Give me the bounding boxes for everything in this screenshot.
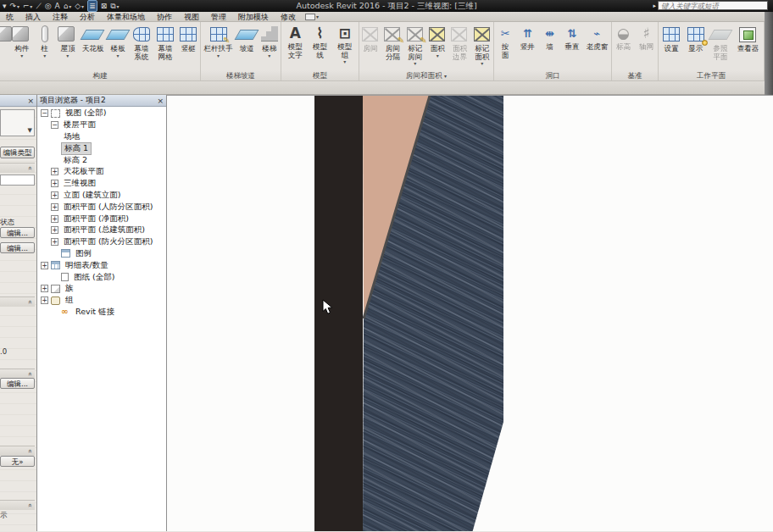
- ribbon-button-设置[interactable]: 设置: [660, 24, 683, 53]
- switch-windows-icon[interactable]: ⧉ ▾: [110, 1, 119, 12]
- tree-item-标高 1[interactable]: 标高 1: [37, 142, 166, 154]
- close-icon[interactable]: ×: [27, 97, 34, 105]
- ribbon-button-竖井[interactable]: ⇈竖井: [516, 24, 538, 52]
- tree-item-明细表/数量[interactable]: +明细表/数量: [37, 259, 166, 271]
- value-field[interactable]: [0, 175, 35, 186]
- search-arrow-icon[interactable]: ▸: [653, 3, 656, 9]
- close-icon[interactable]: ×: [157, 97, 164, 105]
- ribbon-button-模型线[interactable]: ⌇模型线: [309, 24, 331, 59]
- wall-button-clipped[interactable]: [0, 24, 10, 45]
- tree-item-三维视图[interactable]: +三维视图: [37, 178, 166, 190]
- tree-item-面积平面 (人防分区面积)[interactable]: +面积平面 (人防分区面积): [37, 201, 166, 213]
- ribbon-tab-插入[interactable]: 插入: [19, 12, 47, 22]
- ribbon-button-标高[interactable]: ◒标高: [612, 24, 635, 52]
- thin-lines-icon[interactable]: ≣: [87, 0, 97, 12]
- ribbon-button-模型文字[interactable]: A模型文字: [283, 24, 307, 59]
- ribbon-button-轴网[interactable]: ♯轴网: [635, 24, 658, 52]
- tree-item-图纸 (全部)[interactable]: 图纸 (全部): [37, 271, 166, 283]
- collapse-icon[interactable]: −: [41, 109, 48, 117]
- expand-icon[interactable]: +: [51, 203, 58, 211]
- tree-item-Revit 链接[interactable]: ∞Revit 链接: [37, 307, 166, 319]
- ribbon-button-房间分隔[interactable]: ✎房间分隔: [381, 24, 403, 61]
- none-value-button[interactable]: 无»: [0, 456, 35, 467]
- expand-icon[interactable]: +: [51, 180, 58, 187]
- ribbon-button-垂直[interactable]: ⇅垂直: [561, 24, 583, 52]
- ribbon-button-模型组[interactable]: ⊡模型组▾: [333, 24, 357, 64]
- ribbon-button-楼梯[interactable]: 楼梯▾: [259, 24, 281, 58]
- drawing-canvas[interactable]: [167, 95, 773, 531]
- ribbon-button-房间[interactable]: 房间: [359, 24, 381, 53]
- expand-icon[interactable]: +: [51, 215, 58, 223]
- ribbon-state-dropdown[interactable]: ▾: [305, 14, 319, 20]
- tree-item-天花板平面[interactable]: +天花板平面: [37, 166, 166, 178]
- expand-icon[interactable]: +: [51, 191, 58, 199]
- ribbon-button-幕墙系统[interactable]: 幕墙系统: [130, 24, 153, 61]
- redo-icon[interactable]: ↷ ▾: [10, 1, 19, 12]
- tree-item-面积平面 (总建筑面积)[interactable]: +面积平面 (总建筑面积): [37, 224, 166, 236]
- tree-item-视图 (全部)[interactable]: −视图 (全部): [37, 108, 166, 119]
- tree-item-面积平面 (防火分区面积)[interactable]: +面积平面 (防火分区面积): [37, 236, 166, 248]
- tag-icon[interactable]: ◎: [45, 1, 52, 11]
- ribbon-button-柱[interactable]: 柱▾: [33, 24, 56, 58]
- measure-icon[interactable]: ⟋: [36, 1, 41, 11]
- ribbon-tab-分析[interactable]: 分析: [74, 12, 101, 22]
- ribbon-tab-体量和场地[interactable]: 体量和场地: [101, 12, 151, 22]
- ribbon-tab-附加模块[interactable]: 附加模块: [232, 12, 275, 22]
- ribbon-button-构件[interactable]: 构件▾: [10, 24, 33, 58]
- ribbon-button-幕墙网格[interactable]: 幕墙网格: [153, 24, 177, 61]
- expand-icon[interactable]: +: [51, 168, 58, 175]
- expand-icon[interactable]: +: [51, 238, 58, 246]
- ribbon-button-面积[interactable]: 面积▾: [426, 24, 448, 58]
- ribbon-button-按面[interactable]: ✂按面: [494, 24, 516, 59]
- edit-type-button[interactable]: 编辑类型: [0, 147, 35, 158]
- tree-item-图例[interactable]: 图例: [37, 248, 166, 260]
- type-selector[interactable]: ▼: [0, 109, 35, 136]
- ribbon-tab-视图[interactable]: 视图: [178, 12, 205, 22]
- tree-item-立面 (建筑立面)[interactable]: +立面 (建筑立面): [37, 190, 166, 202]
- pencil-icon: ✎: [398, 36, 404, 45]
- edit-button-2[interactable]: 编辑...: [0, 242, 35, 253]
- ribbon-button-坡道[interactable]: 坡道: [236, 24, 258, 53]
- tree-item-族[interactable]: +族: [37, 283, 166, 295]
- ribbon-tab-统[interactable]: 统: [0, 12, 19, 22]
- ribbon-tab-注释[interactable]: 注释: [47, 12, 74, 22]
- ribbon-button-标记面积[interactable]: 标记面积▾: [471, 24, 493, 65]
- tree-item-标高 2[interactable]: 标高 2: [37, 154, 166, 166]
- ribbon-group-构建: 构件▾柱▾屋顶▾天花板楼板▾幕墙系统幕墙网格竖梃构建: [0, 22, 201, 80]
- default-3d-view-icon[interactable]: ⌂ ▾: [64, 1, 72, 12]
- ribbon-button-墙[interactable]: ⇹墙: [538, 24, 560, 52]
- undo-dropdown-icon[interactable]: ▾: [3, 1, 7, 11]
- collapse-icon[interactable]: −: [51, 121, 58, 129]
- tree-item-场地[interactable]: 场地: [37, 131, 166, 143]
- ribbon-button-栏杆扶手[interactable]: ✎栏杆扶手▾: [201, 24, 236, 58]
- ribbon-button-屋顶[interactable]: 屋顶▾: [56, 24, 79, 58]
- ribbon-tab-修改[interactable]: 修改: [275, 12, 302, 22]
- edit-button-3[interactable]: 编辑...: [0, 378, 35, 389]
- expand-icon[interactable]: +: [41, 262, 48, 269]
- expand-icon[interactable]: +: [41, 296, 48, 304]
- text-icon[interactable]: A: [55, 1, 60, 11]
- tree-item-面积平面 (净面积)[interactable]: +面积平面 (净面积): [37, 213, 166, 224]
- tree-item-楼层平面[interactable]: −楼层平面: [37, 119, 166, 131]
- expand-icon[interactable]: +: [51, 226, 58, 234]
- ribbon-button-竖梃[interactable]: 竖梃: [177, 24, 200, 53]
- ribbon-button-楼板[interactable]: 楼板▾: [107, 24, 130, 58]
- ribbon-button-参照平面[interactable]: 参照平面: [709, 24, 732, 61]
- section-icon[interactable]: ◇ ▾: [75, 1, 84, 12]
- expand-icon[interactable]: +: [41, 285, 48, 292]
- ribbon-tab-管理[interactable]: 管理: [205, 12, 232, 22]
- search-input[interactable]: [658, 1, 768, 10]
- ribbon-button-面积边界[interactable]: 面积边界: [448, 24, 470, 61]
- view-icon: [51, 109, 60, 118]
- chevron-down-icon[interactable]: ▼: [28, 127, 32, 134]
- ribbon-button-天花板[interactable]: 天花板: [79, 24, 106, 53]
- ribbon-tab-协作[interactable]: 协作: [151, 12, 178, 22]
- tree-item-组[interactable]: +组: [37, 295, 166, 307]
- ribbon-button-查看器[interactable]: 查看器: [733, 24, 762, 53]
- edit-button-1[interactable]: 编辑...: [0, 227, 35, 238]
- ribbon-button-标记房间[interactable]: ✎标记房间▾: [404, 24, 426, 65]
- close-hidden-windows-icon[interactable]: ⊠: [101, 1, 108, 11]
- dimension-icon[interactable]: ⌐ ▾: [23, 1, 32, 12]
- ribbon-button-老虎窗[interactable]: ⌁老虎窗: [583, 24, 611, 52]
- ribbon-button-显示[interactable]: 显示: [684, 24, 707, 53]
